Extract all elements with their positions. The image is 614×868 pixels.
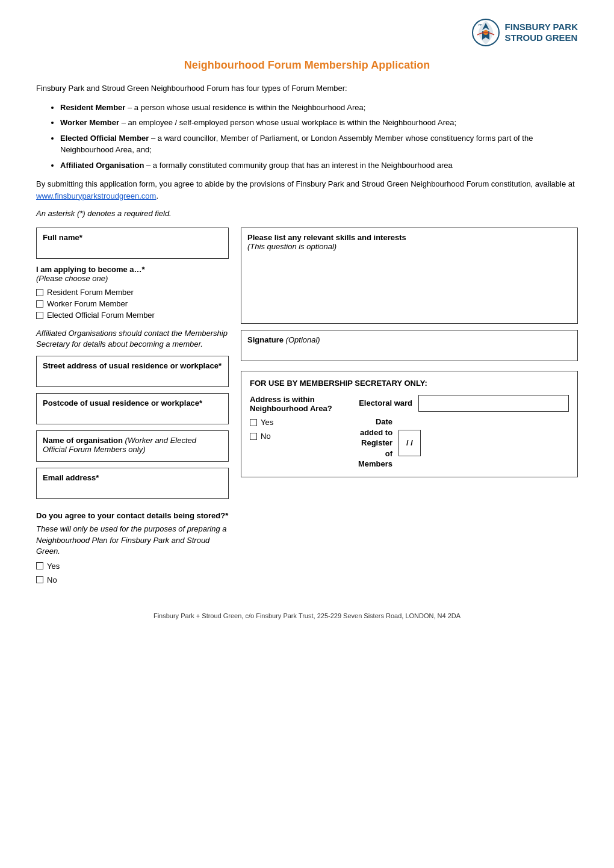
signature-label: Signature (Optional) [247,335,571,344]
consent-yes[interactable]: Yes [36,562,229,571]
electoral-date-section: Electoral ward Dateadded toRegisterofMem… [358,395,569,470]
checkbox-box-worker [36,300,43,308]
address-checkboxes: Yes No [250,418,346,443]
agreement-text: By submitting this application form, you… [36,178,578,202]
resident-text: – a person whose usual residence is with… [125,103,365,112]
consent-no[interactable]: No [36,575,229,584]
asterisk-note: An asterisk (*) denotes a required field… [36,209,578,218]
addr-yes-label: Yes [261,418,273,427]
postcode-field[interactable]: Postcode of usual residence or workplace… [36,393,229,424]
secretary-title: FOR USE BY MEMBERSHIP SECRETARY ONLY: [250,379,569,388]
consent-yes-no: Yes No [36,562,229,587]
date-label: Dateadded toRegisterofMembers [358,417,392,470]
electoral-ward-row: Electoral ward [358,395,569,412]
page-title: Neighbourhood Forum Membership Applicati… [36,59,578,72]
list-item: Elected Official Member – a ward council… [60,132,578,156]
checkbox-box-no [36,576,43,583]
signature-field[interactable]: Signature (Optional) [241,330,578,361]
main-content: Full name* I am applying to become a…* (… [36,228,578,594]
secretary-inner: Address is within Neighbourhood Area? Ye… [250,395,569,470]
logo-line2: STROUD GREEN [505,33,578,43]
org-name-label: Name of organisation (Worker and Elected… [43,436,222,454]
checkbox-resident[interactable]: Resident Forum Member [36,288,229,297]
left-column: Full name* I am applying to become a…* (… [36,228,229,594]
elected-option-label: Elected Official Forum Member [47,311,155,320]
footer: Finsbury Park + Stroud Green, c/o Finsbu… [36,612,578,619]
skills-label: Please list any relevant skills and inte… [247,233,571,242]
contact-consent-section: Do you agree to your contact details bei… [36,511,229,594]
checkbox-box-resident [36,289,43,296]
email-field[interactable]: Email address* [36,468,229,499]
yes-label: Yes [47,562,60,571]
member-types-list: Resident Member – a person whose usual r… [60,102,578,172]
affiliated-text: – a formally constituted community group… [144,161,452,170]
checkbox-box-addr-no [250,433,257,440]
contact-consent-label: Do you agree to your contact details bei… [36,511,229,520]
member-type-section: I am applying to become a…* (Please choo… [36,265,229,322]
address-yes[interactable]: Yes [250,418,346,427]
member-type-sub: (Please choose one) [36,274,229,283]
list-item: Worker Member – an employee / self-emplo… [60,117,578,129]
checkbox-worker[interactable]: Worker Forum Member [36,299,229,308]
affiliated-note: Affiliated Organisations should contact … [36,328,229,350]
date-input[interactable]: / / [398,430,421,456]
date-placeholder: / / [406,438,413,447]
logo-text-block: FINSBURY PARK STROUD GREEN [505,22,578,43]
intro-paragraph: Finsbury Park and Stroud Green Neighbour… [36,82,578,95]
worker-bold: Worker Member [60,118,119,127]
worker-text: – an employee / self-employed person who… [119,118,456,127]
full-name-label: Full name* [43,233,222,242]
full-name-field[interactable]: Full name* [36,228,229,259]
checkbox-elected[interactable]: Elected Official Forum Member [36,311,229,320]
address-no[interactable]: No [250,432,346,441]
checkbox-box-addr-yes [250,419,257,426]
elected-bold: Elected Official Member [60,134,149,143]
affiliated-bold: Affiliated Organisation [60,161,144,170]
list-item: Affiliated Organisation – a formally con… [60,160,578,172]
no-label: No [47,575,57,584]
electoral-ward-label: Electoral ward [358,398,412,409]
addr-no-label: No [261,432,271,441]
header: FP FINSBURY PARK STROUD GREEN [36,18,578,47]
worker-option-label: Worker Forum Member [47,299,128,308]
date-row: Dateadded toRegisterofMembers / / [358,417,569,470]
street-address-label: Street address of usual residence or wor… [43,361,222,370]
checkbox-box-yes [36,562,43,569]
address-question-block: Address is within Neighbourhood Area? Ye… [250,395,346,450]
logo-line1: FINSBURY PARK [505,22,578,33]
email-label: Email address* [43,473,222,482]
secretary-section: FOR USE BY MEMBERSHIP SECRETARY ONLY: Ad… [241,371,578,477]
address-question-label: Address is within Neighbourhood Area? [250,395,346,413]
logo-icon: FP [471,18,500,47]
forum-link[interactable]: www.finsburyparkstroudgreen.com [36,191,156,200]
postcode-label: Postcode of usual residence or workplace… [43,398,222,408]
resident-option-label: Resident Forum Member [47,288,134,297]
electoral-ward-input[interactable] [418,395,569,412]
resident-bold: Resident Member [60,103,125,112]
member-type-label: I am applying to become a…* [36,265,229,274]
svg-text:FP: FP [479,23,482,26]
signature-note: (Optional) [286,335,320,344]
right-column: Please list any relevant skills and inte… [241,228,578,594]
contact-consent-note: These will only be used for the purposes… [36,524,229,557]
skills-sub: (This question is optional) [247,242,571,251]
street-address-field[interactable]: Street address of usual residence or wor… [36,356,229,387]
checkbox-box-elected [36,312,43,319]
org-name-field[interactable]: Name of organisation (Worker and Elected… [36,430,229,462]
logo: FP FINSBURY PARK STROUD GREEN [471,18,578,47]
skills-field[interactable]: Please list any relevant skills and inte… [241,228,578,324]
list-item: Resident Member – a person whose usual r… [60,102,578,114]
